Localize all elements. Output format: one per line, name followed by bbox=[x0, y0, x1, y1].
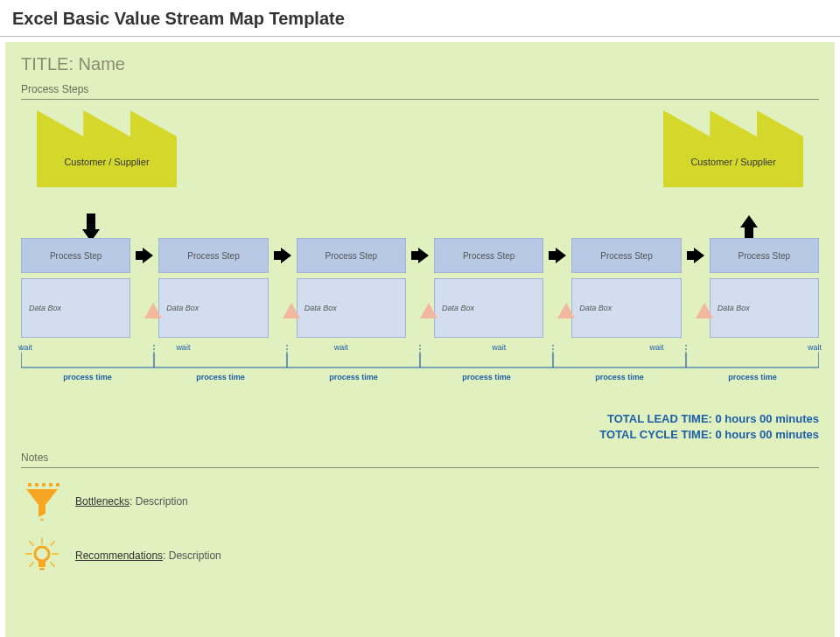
document-title: TITLE: Name bbox=[21, 54, 819, 74]
note-recommendations: Recommendations: Description bbox=[21, 535, 819, 577]
step-data-box: Data Box bbox=[571, 278, 681, 338]
process-step: Process Step Data Box bbox=[297, 238, 406, 338]
arrow-right-icon bbox=[411, 238, 429, 273]
svg-line-11 bbox=[30, 563, 33, 566]
arrow-right-icon bbox=[136, 238, 153, 273]
arrow-right-icon bbox=[549, 238, 566, 273]
title-prefix: TITLE: bbox=[21, 54, 74, 74]
inventory-triangle-icon bbox=[557, 303, 575, 318]
process-time-label: process time bbox=[553, 373, 686, 382]
process-time-label: process time bbox=[287, 373, 420, 382]
svg-rect-14 bbox=[38, 561, 46, 567]
process-time-label: process time bbox=[21, 373, 154, 382]
svg-rect-15 bbox=[39, 568, 45, 570]
process-time-label: process time bbox=[686, 373, 819, 382]
step-data-box: Data Box bbox=[710, 278, 819, 338]
funnel-icon bbox=[21, 480, 63, 522]
title-value: Name bbox=[79, 54, 125, 74]
factory-customer: Customer / Supplier bbox=[663, 110, 803, 187]
step-title-box: Process Step bbox=[710, 238, 819, 273]
process-time-label: process time bbox=[154, 373, 287, 382]
step-data-box: Data Box bbox=[297, 278, 406, 338]
total-lead-label: TOTAL LEAD TIME: bbox=[607, 412, 712, 425]
step-title-box: Process Step bbox=[571, 238, 681, 273]
inventory-triangle-icon bbox=[420, 303, 438, 318]
section-label-process-steps: Process Steps bbox=[21, 83, 819, 95]
page-header: Excel Basic Value Stream Map Template bbox=[0, 0, 840, 37]
step-title-box: Process Step bbox=[297, 238, 406, 273]
step-data-box: Data Box bbox=[434, 278, 543, 338]
inventory-triangle-icon bbox=[696, 303, 713, 318]
process-time-label: process time bbox=[420, 373, 553, 382]
total-lead-value: 0 hours 00 minutes bbox=[716, 412, 819, 425]
recommendations-label: Recommendations bbox=[75, 550, 163, 562]
svg-point-4 bbox=[56, 483, 60, 486]
bottlenecks-desc: Description bbox=[136, 495, 188, 508]
template-canvas: TITLE: Name Process Steps Customer / Sup… bbox=[5, 42, 835, 637]
factories-row: Customer / Supplier Customer / Supplier bbox=[21, 110, 819, 198]
timeline-ladder: wait wait wait wait wait wait process ti… bbox=[21, 343, 819, 396]
step-data-box: Data Box bbox=[21, 278, 130, 338]
factory-label: Customer / Supplier bbox=[37, 136, 177, 187]
factory-supplier: Customer / Supplier bbox=[37, 110, 177, 187]
process-steps-row: Process Step Data Box Process Step Data … bbox=[21, 238, 819, 338]
step-data-box: Data Box bbox=[158, 278, 268, 338]
note-bottlenecks: Bottlenecks: Description bbox=[21, 480, 819, 522]
notes-section: Notes Bottlenecks: Description bbox=[21, 452, 819, 577]
svg-point-1 bbox=[35, 483, 38, 486]
page-title: Excel Basic Value Stream Map Template bbox=[12, 9, 828, 29]
process-step: Process Step Data Box bbox=[158, 238, 268, 338]
process-step: Process Step Data Box bbox=[21, 238, 130, 338]
svg-point-0 bbox=[28, 483, 32, 486]
factory-roof-icon bbox=[663, 110, 803, 136]
arrow-right-icon bbox=[687, 238, 704, 273]
svg-line-7 bbox=[30, 542, 33, 545]
total-cycle-value: 0 hours 00 minutes bbox=[716, 428, 819, 441]
svg-point-3 bbox=[49, 483, 52, 486]
svg-point-5 bbox=[40, 519, 43, 522]
inventory-triangle-icon bbox=[144, 303, 162, 318]
svg-line-8 bbox=[51, 542, 54, 545]
svg-point-13 bbox=[35, 547, 49, 561]
process-step: Process Step Data Box bbox=[710, 238, 819, 338]
arrow-right-icon bbox=[274, 238, 291, 273]
section-label-notes: Notes bbox=[21, 452, 819, 464]
svg-point-2 bbox=[42, 483, 46, 486]
inventory-triangle-icon bbox=[283, 303, 300, 318]
svg-line-12 bbox=[51, 563, 54, 566]
timeline-line-icon bbox=[21, 343, 819, 396]
total-cycle-label: TOTAL CYCLE TIME: bbox=[599, 428, 712, 441]
divider bbox=[21, 99, 819, 100]
totals-block: TOTAL LEAD TIME: 0 hours 00 minutes TOTA… bbox=[21, 411, 819, 443]
process-step: Process Step Data Box bbox=[434, 238, 543, 338]
lightbulb-icon bbox=[21, 535, 63, 577]
step-title-box: Process Step bbox=[21, 238, 130, 273]
factory-roof-icon bbox=[37, 110, 177, 136]
process-step: Process Step Data Box bbox=[571, 238, 681, 338]
recommendations-desc: Description bbox=[169, 550, 221, 562]
divider bbox=[21, 467, 819, 468]
bottlenecks-label: Bottlenecks bbox=[75, 495, 130, 508]
step-title-box: Process Step bbox=[158, 238, 268, 273]
step-title-box: Process Step bbox=[434, 238, 543, 273]
factory-label: Customer / Supplier bbox=[663, 136, 803, 187]
